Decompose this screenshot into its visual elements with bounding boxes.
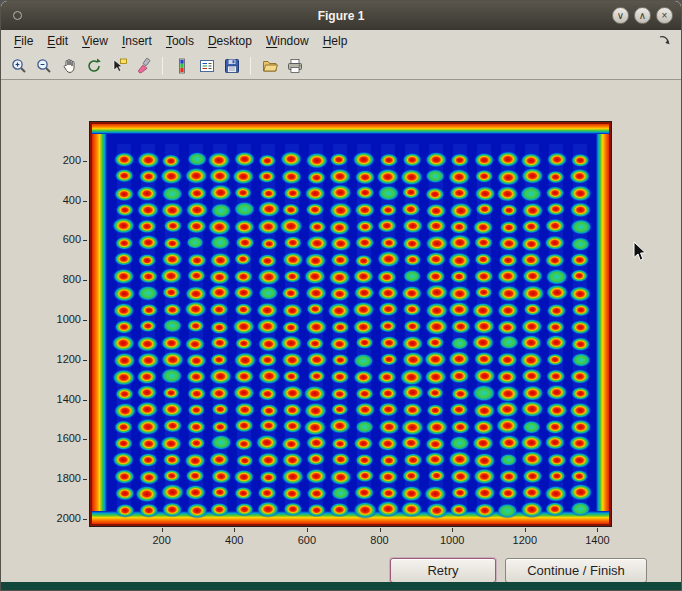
y-tick-mark (83, 439, 87, 440)
y-tick-label: 1400 (43, 393, 81, 405)
menu-edit[interactable]: Edit (40, 32, 75, 50)
y-tick-mark (83, 201, 87, 202)
data-cursor-icon[interactable] (107, 54, 130, 77)
y-tick-label: 1600 (43, 432, 81, 444)
x-tick-mark (380, 528, 381, 532)
y-tick-mark (83, 400, 87, 401)
toolbar (1, 52, 681, 80)
y-tick-label: 1000 (43, 313, 81, 325)
continue-finish-button[interactable]: Continue / Finish (505, 558, 647, 583)
y-tick-label: 600 (43, 233, 81, 245)
x-tick-label: 400 (214, 534, 254, 546)
x-tick-mark (234, 528, 235, 532)
close-button[interactable]: × (656, 7, 673, 24)
menubar: FileEditViewInsertToolsDesktopWindowHelp (1, 30, 681, 52)
colorbar-icon[interactable] (170, 54, 193, 77)
save-icon[interactable] (220, 54, 243, 77)
background-strip (1, 582, 681, 590)
menu-file[interactable]: File (7, 32, 40, 50)
menu-insert[interactable]: Insert (115, 32, 159, 50)
x-tick-label: 800 (360, 534, 400, 546)
y-tick-mark (83, 360, 87, 361)
minimize-button[interactable]: ∨ (612, 7, 629, 24)
y-tick-mark (83, 280, 87, 281)
y-tick-label: 400 (43, 194, 81, 206)
zoom-out-icon[interactable] (32, 54, 55, 77)
menu-desktop[interactable]: Desktop (201, 32, 259, 50)
toolbar-separator (162, 57, 163, 75)
x-tick-label: 1200 (505, 534, 545, 546)
y-tick-mark (83, 519, 87, 520)
window-title: Figure 1 (318, 9, 365, 23)
y-tick-mark (83, 320, 87, 321)
x-tick-label: 1000 (432, 534, 472, 546)
open-folder-icon[interactable] (258, 54, 281, 77)
mouse-cursor (633, 241, 647, 266)
maximize-button[interactable]: ∧ (634, 7, 651, 24)
menubar-items: FileEditViewInsertToolsDesktopWindowHelp (7, 32, 354, 50)
axes-frame (89, 121, 612, 527)
y-tick-label: 2000 (43, 512, 81, 524)
insert-legend-icon[interactable] (195, 54, 218, 77)
toolbar-separator (250, 57, 251, 75)
y-tick-mark (83, 240, 87, 241)
zoom-in-icon[interactable] (7, 54, 30, 77)
x-tick-mark (525, 528, 526, 532)
y-tick-label: 1200 (43, 353, 81, 365)
figure-image[interactable] (90, 122, 611, 526)
y-tick-label: 1800 (43, 472, 81, 484)
x-tick-mark (307, 528, 308, 532)
window-controls: ∨ ∧ × (612, 7, 673, 24)
x-tick-label: 200 (142, 534, 182, 546)
y-tick-mark (83, 161, 87, 162)
pan-icon[interactable] (57, 54, 80, 77)
print-icon[interactable] (283, 54, 306, 77)
rotate-3d-icon[interactable] (82, 54, 105, 77)
retry-button[interactable]: Retry (390, 558, 496, 583)
x-tick-label: 1400 (577, 534, 617, 546)
x-tick-mark (162, 528, 163, 532)
menu-view[interactable]: View (75, 32, 115, 50)
dock-figure-icon[interactable] (657, 34, 671, 48)
window-menu-icon[interactable] (13, 11, 22, 20)
x-tick-mark (597, 528, 598, 532)
figure-window: Figure 1 ∨ ∧ × FileEditViewInsertToolsDe… (0, 0, 682, 591)
menu-window[interactable]: Window (259, 32, 316, 50)
y-tick-label: 200 (43, 154, 81, 166)
brush-icon[interactable] (132, 54, 155, 77)
x-tick-mark (452, 528, 453, 532)
y-tick-label: 800 (43, 273, 81, 285)
menu-help[interactable]: Help (316, 32, 355, 50)
y-tick-mark (83, 479, 87, 480)
menu-tools[interactable]: Tools (159, 32, 201, 50)
figure-content-area: Retry Continue / Finish 2004006008001000… (1, 81, 681, 582)
x-tick-label: 600 (287, 534, 327, 546)
titlebar: Figure 1 ∨ ∧ × (1, 1, 681, 30)
